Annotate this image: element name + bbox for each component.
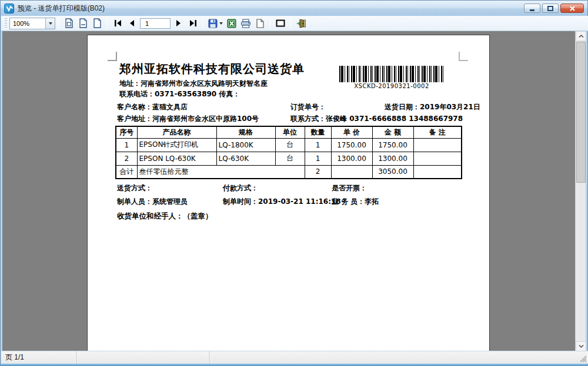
cell-price: 1300.00 — [331, 152, 372, 165]
customer-name: 客户名称：蓝猫文具店 — [117, 102, 188, 112]
save-options-chevron-icon[interactable] — [219, 22, 223, 25]
total-amount: 3050.00 — [372, 165, 413, 179]
print-button[interactable] — [239, 17, 253, 30]
excel-icon — [227, 19, 236, 28]
document-page: 郑州亚拓软件科技有限公司送货单 地址：河南省郑州市金水区东风路明天财智名座 联系… — [87, 35, 490, 351]
next-page-button[interactable] — [172, 17, 186, 30]
preview-area[interactable]: 郑州亚拓软件科技有限公司送货单 地址：河南省郑州市金水区东风路明天财智名座 联系… — [2, 31, 576, 351]
save-button[interactable] — [206, 17, 225, 30]
barcode — [339, 66, 444, 82]
cell-product: EPSON针式打印机 — [137, 138, 216, 152]
zoom-value: 100% — [10, 18, 45, 29]
whole-page-icon — [64, 18, 74, 28]
col-header: 规格 — [216, 126, 275, 138]
separator — [107, 18, 108, 29]
separator — [203, 18, 203, 29]
separator — [290, 18, 291, 29]
zoom-select[interactable]: 100% — [9, 18, 55, 29]
cell-product: EPSON LQ-630K — [137, 152, 216, 165]
contact-info: 联系方式：张俊峰 0371-6666888 13488667978 — [290, 114, 463, 124]
toolbar: 100% — [1, 16, 588, 31]
page-indicator: 页 1/1 — [5, 352, 24, 362]
chevron-up-icon — [579, 35, 584, 38]
delivery-date: 送货日期：2019年03月21日 — [385, 102, 480, 112]
title-bar: 预览 - 送货单打印模版(B02) — [1, 1, 587, 16]
vertical-scrollbar[interactable] — [575, 31, 586, 351]
page-width-view-button[interactable] — [76, 17, 90, 30]
crop-mark-right — [459, 52, 468, 61]
cell-seq: 2 — [116, 152, 137, 165]
total-qty: 2 — [305, 165, 331, 179]
chevron-down-icon — [579, 345, 584, 348]
scroll-up-button[interactable] — [576, 31, 586, 41]
col-header: 数量 — [305, 126, 331, 138]
items-table: 序号 产品名称 规格 单位 数量 单 价 金 额 备 注 1 — [115, 126, 462, 179]
page-width-icon — [78, 18, 88, 28]
page-number-input[interactable] — [140, 18, 171, 29]
delivery-method: 送货方式： — [117, 183, 152, 193]
first-page-button[interactable] — [111, 17, 125, 30]
maker: 制单人员：系统管理员 — [117, 197, 188, 207]
whole-page-view-button[interactable] — [62, 17, 76, 30]
status-page-panel: 页 1/1 — [1, 351, 76, 364]
scrollbar-thumb[interactable] — [576, 42, 586, 183]
table-total-row: 合计 叁仟零伍拾元整 2 3050.00 — [116, 165, 462, 179]
cell-spec: LQ-1800K — [216, 138, 275, 152]
total-unit-price — [331, 165, 372, 179]
invoice-flag: 是否开票： — [332, 183, 367, 193]
export-excel-button[interactable] — [225, 17, 239, 30]
table-row: 1 EPSON针式打印机 LQ-1800K 台 1 1750.00 1750.0… — [116, 138, 462, 152]
printer-icon — [240, 19, 251, 28]
total-amount-words: 叁仟零伍拾元整 — [137, 165, 305, 179]
zoom-dropdown-button[interactable] — [45, 18, 55, 29]
cell-qty: 1 — [305, 138, 331, 152]
minimize-button[interactable] — [524, 4, 540, 13]
previous-page-button[interactable] — [125, 17, 139, 30]
status-panel — [76, 351, 209, 364]
actual-size-view-button[interactable] — [90, 17, 104, 30]
app-logo-icon — [4, 4, 14, 14]
last-page-button[interactable] — [186, 17, 200, 30]
total-label: 合计 — [116, 165, 137, 179]
cell-amount: 1300.00 — [372, 152, 413, 165]
table-header-row: 序号 产品名称 规格 单位 数量 单 价 金 额 备 注 — [116, 126, 462, 138]
barcode-text: XSCKD-20190321-0002 — [339, 83, 444, 89]
cell-unit: 台 — [275, 152, 305, 165]
cell-unit: 台 — [275, 138, 305, 152]
last-page-icon — [189, 20, 197, 26]
table-row: 2 EPSON LQ-630K LQ-630K 台 1 1300.00 1300… — [116, 152, 462, 165]
cell-note — [413, 138, 462, 152]
separator — [58, 18, 59, 29]
cell-note — [413, 152, 462, 165]
resize-grip[interactable] — [579, 355, 587, 362]
document-title: 郑州亚拓软件科技有限公司送货单 — [119, 61, 305, 77]
page-setup-button[interactable] — [253, 17, 267, 30]
margins-button[interactable] — [273, 17, 288, 30]
payment-method: 付款方式： — [223, 183, 258, 193]
col-header: 金 额 — [372, 126, 413, 138]
col-header: 产品名称 — [137, 126, 216, 138]
window-bottom-border — [1, 364, 587, 365]
maximize-button[interactable] — [542, 4, 559, 13]
total-note — [413, 165, 462, 179]
next-page-icon — [176, 20, 182, 26]
exit-button[interactable] — [294, 17, 308, 30]
crop-mark-left — [108, 52, 117, 61]
make-time: 制单时间：2019-03-21 11:16:18 — [223, 197, 341, 207]
frame-icon — [276, 19, 285, 27]
close-button[interactable] — [560, 4, 584, 13]
status-bar: 页 1/1 — [1, 351, 588, 364]
order-number: 订货单号： — [290, 102, 326, 112]
toolbar-grip[interactable] — [5, 18, 7, 29]
save-icon — [208, 19, 218, 28]
status-panel — [209, 351, 588, 364]
cell-seq: 1 — [116, 138, 137, 152]
chevron-down-icon — [49, 22, 52, 25]
scroll-down-button[interactable] — [576, 341, 586, 351]
window-title: 预览 - 送货单打印模版(B02) — [18, 4, 105, 14]
cell-spec: LQ-630K — [216, 152, 275, 165]
previous-page-icon — [129, 20, 135, 26]
preview-window: 预览 - 送货单打印模版(B02) 100% — [0, 0, 588, 366]
exit-door-icon — [296, 19, 306, 28]
cell-qty: 1 — [305, 152, 331, 165]
